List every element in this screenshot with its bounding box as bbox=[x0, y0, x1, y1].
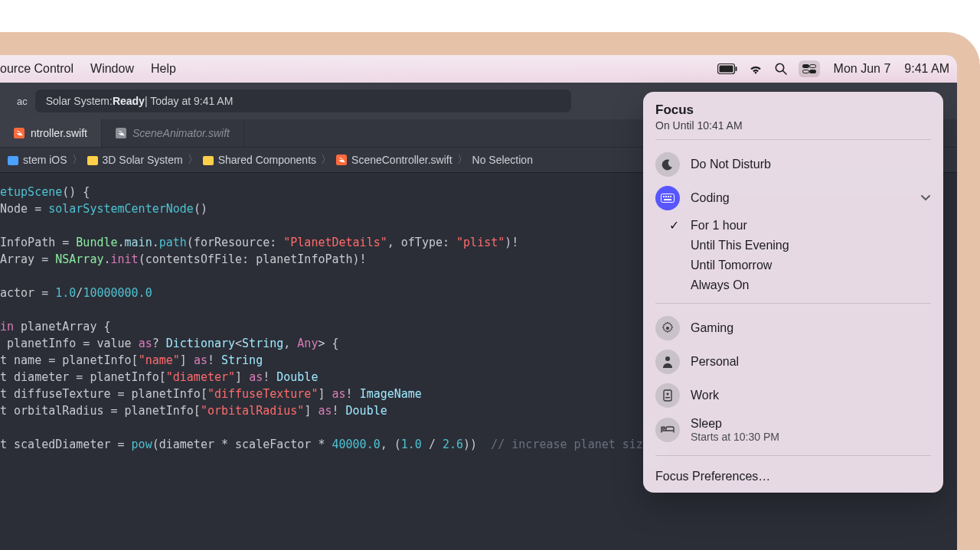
focus-title: Focus bbox=[655, 103, 931, 118]
focus-duration-tomorrow[interactable]: Until Tomorrow bbox=[655, 255, 931, 275]
focus-duration-evening[interactable]: Until This Evening bbox=[655, 236, 931, 255]
menu-bar: ource Control Window Help Mon Jun 7 9:41… bbox=[0, 55, 957, 83]
sleep-sublabel: Starts at 10:30 PM bbox=[691, 431, 931, 443]
focus-mode-personal[interactable]: Personal bbox=[655, 345, 931, 379]
focus-duration-always[interactable]: Always On bbox=[655, 275, 931, 295]
focus-mode-label: Personal bbox=[691, 355, 931, 369]
svg-rect-20 bbox=[664, 390, 671, 401]
svg-rect-14 bbox=[665, 196, 667, 197]
person-icon bbox=[655, 350, 680, 374]
crumb[interactable]: stem iOS bbox=[23, 154, 67, 166]
menu-help[interactable]: Help bbox=[151, 62, 176, 76]
check-icon: ✓ bbox=[668, 218, 680, 233]
svg-point-21 bbox=[666, 392, 668, 395]
badge-icon bbox=[655, 383, 680, 408]
focus-mode-label: Gaming bbox=[691, 321, 931, 335]
swift-icon bbox=[116, 128, 126, 138]
focus-duration-label: Until Tomorrow bbox=[691, 259, 772, 272]
focus-mode-gaming[interactable]: Gaming bbox=[655, 311, 931, 345]
menubar-time[interactable]: 9:41 AM bbox=[904, 62, 949, 76]
focus-mode-label: Do Not Disturb bbox=[691, 158, 931, 171]
svg-rect-5 bbox=[735, 67, 737, 71]
svg-rect-2 bbox=[336, 155, 347, 165]
svg-rect-22 bbox=[665, 397, 670, 398]
crumb[interactable]: SceneController.swift bbox=[351, 154, 452, 166]
svg-point-19 bbox=[665, 356, 670, 361]
battery-icon[interactable] bbox=[717, 63, 737, 74]
svg-rect-15 bbox=[668, 196, 669, 197]
focus-duration-label: Until This Evening bbox=[691, 239, 789, 252]
moon-icon bbox=[655, 152, 680, 177]
swift-icon bbox=[336, 155, 347, 165]
search-icon[interactable] bbox=[774, 62, 788, 76]
svg-point-18 bbox=[666, 327, 669, 330]
build-status-pill[interactable]: Solar System: Ready | Today at 9:41 AM bbox=[35, 89, 571, 112]
tab-scenecontroller[interactable]: ntroller.swift bbox=[0, 119, 102, 147]
svg-rect-8 bbox=[802, 64, 809, 68]
menu-source-control[interactable]: ource Control bbox=[0, 62, 74, 76]
menubar-date[interactable]: Mon Jun 7 bbox=[834, 62, 891, 76]
svg-rect-10 bbox=[809, 65, 815, 68]
focus-duration-label: For 1 hour bbox=[691, 219, 747, 233]
status-prefix: Solar System: bbox=[46, 95, 113, 107]
folder-icon bbox=[87, 156, 98, 165]
status-bold: Ready bbox=[113, 95, 145, 107]
focus-mode-coding[interactable]: Coding bbox=[655, 181, 931, 215]
focus-mode-dnd[interactable]: Do Not Disturb bbox=[655, 148, 931, 181]
status-suffix: | Today at 9:41 AM bbox=[145, 95, 233, 107]
focus-preferences-link[interactable]: Focus Preferences… bbox=[655, 464, 931, 483]
control-center-icon[interactable] bbox=[799, 60, 820, 77]
chevron-down-icon[interactable] bbox=[920, 193, 931, 203]
svg-rect-9 bbox=[809, 70, 816, 73]
gear-icon bbox=[655, 316, 680, 340]
crumb[interactable]: Shared Components bbox=[218, 154, 316, 166]
crumb[interactable]: 3D Solar System bbox=[103, 154, 183, 166]
swift-icon bbox=[14, 128, 24, 138]
svg-rect-13 bbox=[663, 196, 665, 197]
focus-mode-label: Coding bbox=[691, 191, 910, 205]
svg-rect-1 bbox=[116, 128, 126, 138]
crumb[interactable]: No Selection bbox=[472, 154, 533, 166]
focus-duration-label: Always On bbox=[691, 278, 749, 292]
svg-rect-11 bbox=[802, 70, 808, 73]
focus-subtitle: On Until 10:41 AM bbox=[655, 119, 931, 132]
folder-icon bbox=[203, 156, 214, 165]
tab-sceneanimator[interactable]: SceneAnimator.swift bbox=[102, 119, 244, 147]
focus-popover: Focus On Until 10:41 AM Do Not Disturb C… bbox=[643, 92, 943, 493]
focus-mode-work[interactable]: Work bbox=[655, 379, 931, 412]
menu-window[interactable]: Window bbox=[90, 62, 134, 76]
svg-line-7 bbox=[782, 71, 786, 75]
svg-rect-4 bbox=[719, 66, 733, 73]
wifi-icon[interactable] bbox=[748, 63, 763, 75]
svg-rect-12 bbox=[662, 194, 675, 203]
focus-mode-sleep[interactable]: Sleep Starts at 10:30 PM bbox=[655, 412, 931, 447]
svg-rect-17 bbox=[664, 199, 671, 200]
focus-mode-label: Sleep Starts at 10:30 PM bbox=[691, 417, 931, 443]
bed-icon bbox=[655, 418, 680, 442]
sleep-label: Sleep bbox=[691, 417, 931, 431]
tab-label: ntroller.swift bbox=[31, 127, 87, 139]
focus-duration-1hour[interactable]: ✓ For 1 hour bbox=[655, 215, 931, 236]
svg-rect-16 bbox=[670, 196, 671, 197]
focus-mode-label: Work bbox=[691, 389, 931, 402]
folder-icon bbox=[8, 156, 18, 165]
svg-rect-0 bbox=[14, 128, 24, 138]
device-chip[interactable]: ac bbox=[9, 96, 35, 107]
keyboard-icon bbox=[655, 186, 680, 210]
tab-label: SceneAnimator.swift bbox=[132, 127, 230, 139]
